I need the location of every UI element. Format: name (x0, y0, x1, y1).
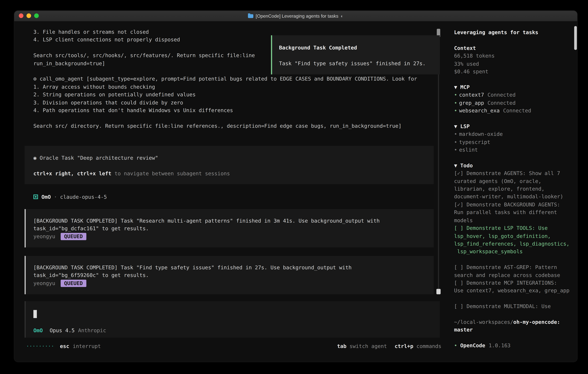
message-meta: yeongyu QUEUED (33, 279, 434, 287)
tab-key-hint: tab (337, 342, 346, 350)
mcp-section-heading[interactable]: ▼ MCP (454, 83, 573, 91)
opencode-version-line: •OpenCode1.0.163 (454, 342, 573, 349)
todo-done-items: [✓] Demonstrate AGENTS: Show all 7curate… (454, 169, 573, 224)
queued-badge: QUEUED (61, 233, 86, 240)
lsp-item-markdown-oxide: •markdown-oxide (454, 130, 573, 138)
agent-model: claude-opus-4-5 (60, 193, 107, 201)
text-line: 3. Division operations that could divide… (33, 98, 417, 106)
input-meta: OmO Opus 4.5 Anthropic (33, 326, 106, 334)
main-scrollbar-thumb[interactable] (436, 289, 441, 294)
text-line (33, 114, 417, 122)
text-line: ⚙ call_omo_agent [subagent_type=explore,… (33, 75, 417, 83)
message-text: [BACKGROUND TASK COMPLETED] Task "Resear… (33, 217, 434, 225)
input-provider-name: Anthropic (78, 326, 106, 334)
text-line: [✓] Demonstrate AGENTS: Show all 7 (454, 169, 573, 177)
ctrlp-key-hint: ctrl+p (395, 342, 413, 350)
message-meta: yeongyu QUEUED (33, 232, 434, 240)
bullet-icon: • (454, 342, 457, 349)
window-title-text: [OpenCode] Leveraging agents for tasks (256, 13, 338, 19)
lsp-item-eslint: •eslint (454, 146, 573, 154)
text-line: 4. Path operations that don't handle Win… (33, 106, 417, 114)
chat-main: 3. File handles or streams not closed4. … (14, 21, 449, 362)
todo-active-item: [ ] Demonstrate LSP TOOLS: Uselsp_hover,… (454, 224, 573, 255)
window-titlebar[interactable]: [OpenCode] Leveraging agents for tasks◐ (14, 11, 577, 21)
context-heading: Context (454, 44, 573, 52)
bullet-icon: • (454, 130, 457, 138)
mcp-item-context7: •context7Connected (454, 91, 573, 99)
oracle-task-heading: ◉ Oracle Task "Deep architecture review" (33, 154, 434, 162)
agent-header: OmO · claude-opus-4-5 (33, 193, 107, 201)
sidebar-scrollbar-thumb[interactable] (574, 26, 577, 50)
session-title: Leveraging agents for tasks (454, 28, 573, 36)
bullet-icon: • (454, 138, 457, 146)
context-spent: $0.46 spent (454, 68, 573, 75)
lsp-section-heading[interactable]: ▼ LSP (454, 122, 573, 130)
separator-dot: · (54, 193, 57, 201)
workspace-branch: master (454, 326, 573, 334)
omo-agent-icon (33, 195, 38, 199)
workspace-path: ~/local-workspaces/oh-my-opencode: (454, 318, 573, 326)
background-task-toast[interactable]: Background Task Completed Task "Find typ… (271, 35, 440, 74)
context-used: 33% used (454, 60, 573, 68)
message-text: task_id="bg_dcfac161" to get results. (33, 225, 434, 232)
bullet-icon: • (454, 99, 457, 107)
text-line: [✓] Demonstrate BACKGROUND AGENTS: (454, 201, 573, 208)
toast-body: Task "Find type safety issues" finished … (279, 59, 440, 67)
tab-key-label: switch agent (350, 342, 387, 350)
hint-text: to navigate between subagent sessions (111, 170, 230, 176)
todo-pending-items: [ ] Demonstrate AST-GREP: Patternsearch … (454, 263, 573, 295)
queued-badge: QUEUED (61, 280, 86, 287)
status-bar: ········· esc interrupt tab switch agent… (26, 342, 441, 350)
spinner-icon: ········· (26, 342, 54, 350)
text-line: curated agents (OmO, oracle, (454, 177, 573, 185)
text-line: [ ] Demonstrate AST-GREP: Pattern (454, 263, 573, 271)
text-line: document-writer, multimodal-looker) (454, 193, 573, 201)
esc-key-label: interrupt (73, 342, 101, 350)
text-line: 2. String operations on potentially unde… (33, 91, 417, 98)
input-agent-name: OmO (33, 326, 43, 334)
prompt-input[interactable]: OmO Opus 4.5 Anthropic (25, 301, 440, 338)
bullet-icon: • (454, 146, 457, 154)
status-right: tab switch agent ctrl+p commands (337, 342, 441, 350)
text-line: Use context7, websearch_exa, grep_app (454, 287, 573, 294)
terminal-window: [OpenCode] Leveraging agents for tasks◐ … (14, 11, 577, 362)
queued-message: [BACKGROUND TASK COMPLETED] Task "Resear… (25, 209, 434, 248)
session-sidebar: Leveraging agents for tasks Context 66,5… (449, 21, 577, 362)
agent-name: OmO (41, 193, 51, 201)
text-line: [ ] Demonstrate LSP TOOLS: Use (454, 224, 573, 232)
subagent-nav-hint: ctrl+x right, ctrl+x left to navigate be… (33, 169, 434, 177)
mcp-item-grep-app: •grep_appConnected (454, 99, 573, 107)
text-line: lsp_workspace_symbols (454, 248, 573, 255)
text-line: Run parallel tasks with different (454, 208, 573, 216)
esc-key-hint: esc (60, 342, 69, 350)
window-title: [OpenCode] Leveraging agents for tasks◐ (14, 11, 577, 21)
message-author: yeongyu (33, 232, 55, 240)
toast-title: Background Task Completed (279, 44, 440, 52)
ctrlp-key-label: commands (416, 342, 441, 350)
hint-keys: ctrl+x right, ctrl+x left (33, 170, 111, 176)
text-line: models (454, 216, 573, 224)
text-line: 1. Array access without bounds checking (33, 83, 417, 91)
text-line: lsp_find_references, lsp_diagnostics, (454, 240, 573, 248)
folder-icon (248, 14, 253, 18)
status-left: ········· esc interrupt (26, 342, 101, 350)
loading-indicator-icon: ◐ (341, 13, 344, 19)
text-line: 3. File handles or streams not closed (33, 28, 417, 36)
bullet-icon: • (454, 91, 457, 99)
oracle-task-panel[interactable]: ◉ Oracle Task "Deep architecture review"… (25, 146, 434, 184)
todo-pending-item-multimodal: [ ] Demonstrate MULTIMODAL: Use (454, 302, 573, 310)
text-line: search and replace across codebase (454, 271, 573, 279)
lsp-item-typescript: •typescript (454, 138, 573, 146)
context-tokens: 66,518 tokens (454, 52, 573, 60)
input-model-name: Opus 4.5 (50, 326, 75, 334)
queued-message: [BACKGROUND TASK COMPLETED] Task "Find t… (25, 256, 434, 294)
text-line: lsp_hover, lsp_goto_definition, (454, 232, 573, 240)
mcp-item-websearch-exa: •websearch_exaConnected (454, 107, 573, 114)
bullet-icon: • (454, 107, 457, 114)
message-author: yeongyu (33, 279, 55, 287)
text-line: Search src/ directory. Return specific f… (33, 122, 417, 130)
todo-section-heading[interactable]: ▼ Todo (454, 161, 573, 169)
desktop: [OpenCode] Leveraging agents for tasks◐ … (0, 0, 588, 374)
message-text: task_id="bg_6f59260c" to get results. (33, 271, 434, 279)
message-text: [BACKGROUND TASK COMPLETED] Task "Find t… (33, 263, 434, 271)
